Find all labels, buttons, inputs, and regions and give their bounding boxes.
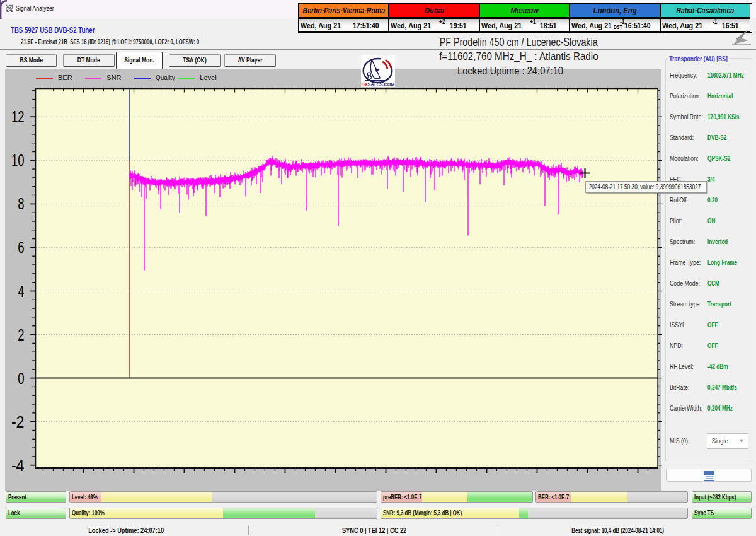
- svg-text:8: 8: [18, 195, 24, 213]
- svg-text:6: 6: [18, 238, 24, 256]
- svg-text:4: 4: [18, 283, 24, 300]
- svg-text:-4: -4: [11, 457, 25, 474]
- svg-text:-2: -2: [11, 413, 25, 431]
- svg-text:12: 12: [11, 108, 25, 125]
- svg-text:10: 10: [11, 151, 25, 169]
- svg-text:0: 0: [18, 370, 24, 387]
- svg-text:DXSATCS.COM: DXSATCS.COM: [362, 81, 395, 87]
- svg-text:2: 2: [18, 326, 24, 344]
